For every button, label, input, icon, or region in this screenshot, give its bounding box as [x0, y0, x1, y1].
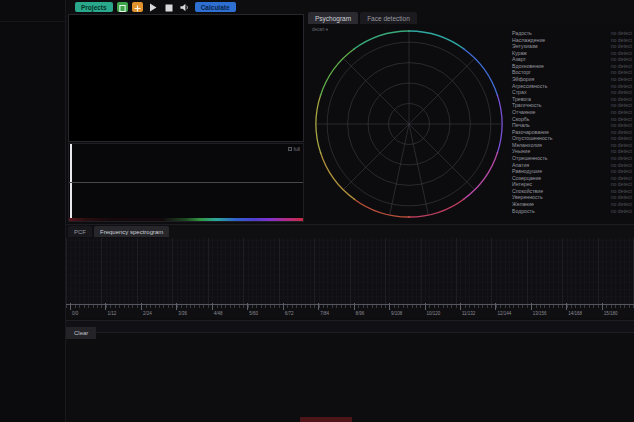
- emotion-name: Апатия: [512, 162, 529, 169]
- checkbox-icon: [288, 147, 292, 151]
- speaker-icon: [180, 0, 189, 15]
- emotion-value: no detect: [611, 63, 632, 70]
- emotion-value: no detect: [611, 135, 632, 142]
- emotion-value: no detect: [611, 201, 632, 208]
- time-axis-label: 13/156: [533, 311, 547, 316]
- tab-face-detection[interactable]: Face detection: [360, 12, 417, 24]
- emotion-row: Тревогаno detect: [512, 96, 632, 103]
- projects-button[interactable]: Projects: [75, 2, 113, 12]
- add-button[interactable]: [132, 2, 143, 12]
- clear-bar: Clear: [66, 320, 634, 333]
- time-axis-tick: [425, 303, 426, 310]
- time-axis-tick: [318, 303, 319, 310]
- emotion-name: Тревога: [512, 96, 531, 103]
- emotion-name: Радость: [512, 30, 532, 37]
- emotion-name: Восторг: [512, 69, 531, 76]
- emotion-value: no detect: [611, 83, 632, 90]
- play-button[interactable]: [147, 2, 159, 12]
- time-axis-tick: [531, 303, 532, 310]
- time-axis-tick: [354, 303, 355, 310]
- emotion-value: no detect: [611, 208, 632, 215]
- emotion-value: no detect: [611, 56, 632, 63]
- emotion-name: Агрессивность: [512, 83, 547, 90]
- emotion-name: Вдохновение: [512, 63, 544, 70]
- stop-button[interactable]: [163, 2, 175, 12]
- emotion-row: Бодростьno detect: [512, 208, 632, 215]
- volume-button[interactable]: [179, 2, 191, 12]
- emotion-value: no detect: [611, 148, 632, 155]
- time-axis-label: 6/72: [285, 311, 294, 316]
- emotion-row: Вдохновениеno detect: [512, 63, 632, 70]
- emotion-name: Страх: [512, 89, 527, 96]
- clear-button[interactable]: Clear: [66, 327, 96, 339]
- emotion-name: Трагичность: [512, 102, 542, 109]
- emotion-name: Кураж: [512, 50, 527, 57]
- sidebar: [0, 0, 66, 422]
- emotion-row: Трагичностьno detect: [512, 102, 632, 109]
- waveform-panel: full: [68, 143, 304, 222]
- emotion-name: Азарт: [512, 56, 526, 63]
- emotion-name: Наслаждение: [512, 37, 545, 44]
- open-file-button[interactable]: [117, 2, 128, 12]
- bottom-red-bar: [300, 417, 352, 422]
- psychogram-chart-svg: [314, 29, 504, 219]
- full-checkbox-label: full: [294, 146, 300, 152]
- time-axis-label: 0/0: [72, 311, 78, 316]
- time-axis-tick: [141, 303, 142, 310]
- tab-pcf[interactable]: PCF: [68, 226, 92, 237]
- document-icon: [119, 0, 126, 15]
- emotion-value: no detect: [611, 96, 632, 103]
- emotion-row: Наслаждениеno detect: [512, 37, 632, 44]
- emotion-value: no detect: [611, 102, 632, 109]
- emotion-value: no detect: [611, 69, 632, 76]
- time-axis-tick: [602, 303, 603, 310]
- emotion-row: Разочарованиеno detect: [512, 129, 632, 136]
- emotion-row: Отчаяниеno detect: [512, 109, 632, 116]
- stop-icon: [165, 0, 173, 15]
- time-axis-tick: [212, 303, 213, 310]
- time-axis-label: 7/84: [320, 311, 329, 316]
- emotion-name: Равнодушие: [512, 168, 542, 175]
- time-axis-label: 12/144: [497, 311, 511, 316]
- time-axis-label: 14/168: [568, 311, 582, 316]
- emotion-row: Спокойствиеno detect: [512, 188, 632, 195]
- emotion-row: Печальno detect: [512, 122, 632, 129]
- tab-psychogram[interactable]: Psychogram: [308, 12, 358, 24]
- emotion-row: Энтузиазмno detect: [512, 43, 632, 50]
- psychogram-chart: [314, 29, 504, 219]
- emotion-name: Отчаяние: [512, 109, 535, 116]
- emotion-value: no detect: [611, 37, 632, 44]
- emotion-row: Уныниеno detect: [512, 148, 632, 155]
- emotion-value: no detect: [611, 194, 632, 201]
- spectrogram-panel: PCF Frequency spectrogram 0/01/122/243/3…: [66, 224, 634, 318]
- tab-frequency-spectrogram[interactable]: Frequency spectrogram: [94, 226, 169, 237]
- waveform-centerline: [69, 182, 303, 183]
- time-axis-label: 8/96: [356, 311, 365, 316]
- time-axis-label: 5/60: [249, 311, 258, 316]
- emotion-value: no detect: [611, 76, 632, 83]
- emotion-value: no detect: [611, 155, 632, 162]
- calculate-button[interactable]: Calculate: [195, 2, 236, 12]
- emotion-row: Скорбьno detect: [512, 116, 632, 123]
- emotion-row: Созерцаниеno detect: [512, 175, 632, 182]
- emotion-name: Энтузиазм: [512, 43, 538, 50]
- emotion-row: Меланхолияno detect: [512, 142, 632, 149]
- plus-icon: [134, 0, 141, 15]
- emotion-row: Апатияno detect: [512, 162, 632, 169]
- time-axis-tick: [566, 303, 567, 310]
- emotion-value: no detect: [611, 162, 632, 169]
- right-panel-tabs: Psychogram Face detection: [308, 12, 417, 24]
- emotion-row: Эйфорияno detect: [512, 76, 632, 83]
- emotion-name: Желание: [512, 201, 534, 208]
- emotion-name: Интерес: [512, 181, 532, 188]
- emotion-list: Радостьno detectНаслаждениеno detectЭнту…: [512, 30, 632, 214]
- emotion-row: Куражno detect: [512, 50, 632, 57]
- emotion-value: no detect: [611, 89, 632, 96]
- time-axis-label: 3/36: [178, 311, 187, 316]
- emotion-row: Восторгno detect: [512, 69, 632, 76]
- time-axis-tick: [70, 303, 71, 310]
- app-window: Projects: [0, 0, 634, 422]
- emotion-value: no detect: [611, 181, 632, 188]
- time-axis-label: 15/180: [604, 311, 618, 316]
- full-checkbox[interactable]: full: [288, 146, 300, 152]
